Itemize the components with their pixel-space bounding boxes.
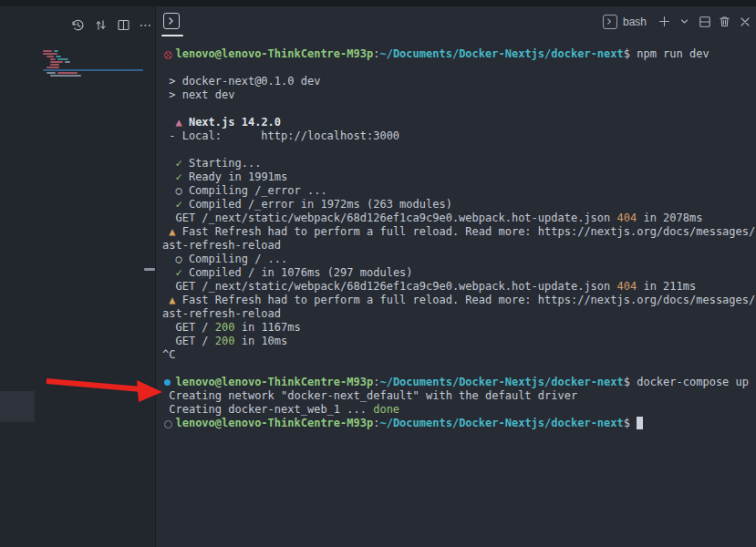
chevron-down-icon[interactable]: [677, 14, 692, 29]
minimap-line: [50, 75, 81, 77]
terminal-line: - Local: http://localhost:3000: [162, 129, 756, 143]
minimap-line: [57, 72, 78, 74]
minimap-line: [50, 58, 56, 60]
minimap[interactable]: [43, 50, 145, 81]
terminal-line: ast-refresh-reload: [162, 307, 756, 321]
terminal-pane: bash lenovo@lenovo-ThinkCentre-M93p:~/Do…: [156, 6, 756, 547]
minimap-line: [43, 69, 143, 71]
terminal-line: [162, 362, 756, 376]
terminal-line: > next dev: [162, 88, 756, 102]
terminal-line: lenovo@lenovo-ThinkCentre-M93p:~/Documen…: [162, 47, 756, 61]
terminal-line: ▲ Fast Refresh had to perform a full rel…: [162, 225, 756, 239]
kill-terminal-icon[interactable]: [717, 14, 732, 29]
terminal-line: ▲ Next.js 14.2.0: [162, 116, 756, 129]
minimap-line: [65, 61, 70, 63]
terminal-line: [162, 61, 756, 75]
terminal-line: > docker-next@0.1.0 dev: [162, 75, 756, 88]
terminal-line: ▲ Fast Refresh had to perform a full rel…: [162, 294, 756, 307]
terminal-output[interactable]: lenovo@lenovo-ThinkCentre-M93p:~/Documen…: [162, 47, 756, 547]
terminal-icon: [163, 13, 180, 29]
minimap-line: [50, 61, 63, 63]
more-actions-glyph: ⋯: [140, 16, 153, 33]
terminal-line: ○ Compiling /_error ...: [162, 184, 756, 198]
terminal-line: ○ Compiling / ...: [162, 253, 756, 266]
editor-toolbar: ⋯: [69, 16, 154, 33]
minimap-line: [56, 56, 61, 57]
terminal-line: ^C: [162, 348, 756, 362]
terminal-line: ✓ Compiled / in 1076ms (297 modules): [162, 266, 756, 280]
new-terminal-icon[interactable]: [657, 14, 672, 29]
more-actions-icon[interactable]: ⋯: [138, 16, 154, 33]
terminal-line: ✓ Ready in 1991ms: [162, 170, 756, 184]
minimap-line: [47, 67, 59, 68]
sidebar-highlight-block: [0, 391, 35, 422]
close-panel-icon[interactable]: [737, 14, 752, 29]
terminal-line: ✓ Compiled /_error in 1972ms (263 module…: [162, 198, 756, 212]
minimap-line: [43, 53, 57, 55]
terminal-line: Creating docker-next_web_1 ... done: [162, 403, 756, 417]
terminal-line: ✓ Starting...: [162, 157, 756, 170]
minimap-line: [43, 50, 52, 52]
minimap-line: [50, 64, 59, 66]
editor-pane: ⋯: [0, 6, 155, 547]
minimap-line: [54, 50, 58, 52]
terminal-instance-icon[interactable]: [603, 15, 617, 29]
terminal-line: Creating network "docker-next_default" w…: [162, 389, 756, 403]
terminal-line: ast-refresh-reload: [162, 239, 756, 253]
scrollbar-thumb[interactable]: [144, 268, 155, 271]
split-terminal-icon[interactable]: [697, 14, 712, 29]
split-editor-icon[interactable]: [115, 16, 131, 33]
command-decoration-err-icon[interactable]: [164, 51, 172, 59]
minimap-line: [47, 56, 54, 57]
terminal-line: lenovo@lenovo-ThinkCentre-M93p:~/Documen…: [162, 417, 756, 430]
terminal-instance-label[interactable]: bash: [623, 15, 647, 28]
terminal-line: [162, 143, 756, 157]
terminal-line: GET / 200 in 1167ms: [162, 321, 756, 335]
terminal-panel-tab[interactable]: [163, 12, 191, 34]
minimap-line: [57, 58, 68, 60]
terminal-line: GET /_next/static/webpack/68d126ef1ca9c9…: [162, 212, 756, 225]
terminal-actions-toolbar: bash: [603, 14, 752, 29]
terminal-line: GET / 200 in 10ms: [162, 335, 756, 348]
history-icon[interactable]: [69, 16, 86, 33]
terminal-line: [162, 102, 756, 116]
command-decoration-ok-icon[interactable]: [164, 379, 171, 386]
active-tab-underline: [161, 35, 183, 36]
compare-changes-icon[interactable]: [92, 16, 109, 33]
minimap-line: [47, 72, 56, 74]
terminal-line: lenovo@lenovo-ThinkCentre-M93p:~/Documen…: [162, 376, 756, 389]
top-strip: [0, 0, 756, 6]
terminal-line: GET /_next/static/webpack/68d126ef1ca9c9…: [162, 280, 756, 294]
command-decoration-idle-icon[interactable]: [164, 420, 172, 428]
